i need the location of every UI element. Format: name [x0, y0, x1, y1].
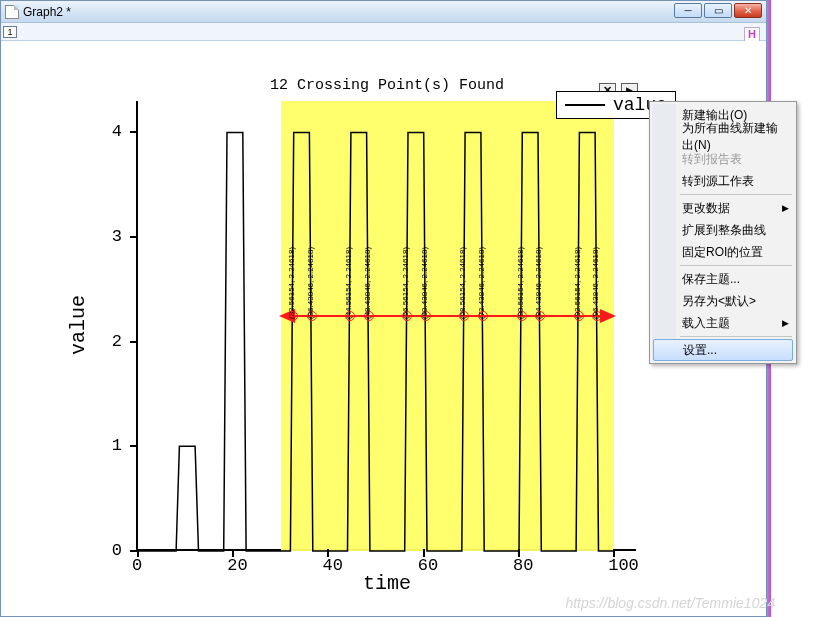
- crossing-point-label: (72.43846, 2.24618): [477, 247, 486, 319]
- data-line: [138, 101, 636, 549]
- x-tick-label: 80: [513, 556, 533, 575]
- menu-item: 转到报告表: [652, 148, 794, 170]
- menu-item[interactable]: 保存主题...: [652, 268, 794, 290]
- minimize-button[interactable]: ─: [674, 3, 702, 18]
- crossing-point-label: (56.56154, 2.24618): [401, 247, 410, 319]
- crossing-line[interactable]: [281, 315, 614, 317]
- x-tick-label: 40: [322, 556, 342, 575]
- crossing-point-label: (68.56154, 2.24618): [458, 247, 467, 319]
- window-title: Graph2 *: [23, 5, 71, 19]
- menu-item[interactable]: 扩展到整条曲线: [652, 219, 794, 241]
- crossing-point-label: (60.43846, 2.24618): [420, 247, 429, 319]
- crossing-point-label: (80.56154, 2.24618): [516, 247, 525, 319]
- menu-item-label: 固定ROI的位置: [682, 244, 763, 261]
- y-axis-label: value: [68, 101, 88, 549]
- crossing-point-label: (32.56154, 2.24618): [287, 247, 296, 319]
- x-tick-label: 60: [418, 556, 438, 575]
- menu-separator: [680, 336, 792, 337]
- crossing-point-label: (96.43846, 2.24618): [591, 247, 600, 319]
- context-menu: 新建输出(O)为所有曲线新建输出(N)转到报告表转到源工作表更改数据▶扩展到整条…: [649, 101, 797, 364]
- y-tick-label: 2: [112, 332, 122, 351]
- frame-indicator[interactable]: 1: [3, 26, 17, 38]
- menu-item[interactable]: 载入主题▶: [652, 312, 794, 334]
- crossing-point-label: (44.56154, 2.24618): [344, 247, 353, 319]
- y-tick-label: 4: [112, 122, 122, 141]
- submenu-arrow-icon: ▶: [782, 318, 789, 328]
- toolbar: 1: [1, 23, 766, 41]
- menu-item[interactable]: 转到源工作表: [652, 170, 794, 192]
- menu-item-label: 转到报告表: [682, 151, 742, 168]
- menu-item-label: 另存为<默认>: [682, 293, 756, 310]
- legend-line-icon: [565, 104, 605, 106]
- y-tick-label: 0: [112, 541, 122, 560]
- crossing-point-label: (48.43846, 2.24618): [363, 247, 372, 319]
- h-button[interactable]: H: [744, 27, 760, 42]
- menu-item[interactable]: 更改数据▶: [652, 197, 794, 219]
- menu-item-label: 扩展到整条曲线: [682, 222, 766, 239]
- submenu-arrow-icon: ▶: [782, 203, 789, 213]
- y-tick-label: 1: [112, 436, 122, 455]
- document-icon: [5, 5, 19, 19]
- plot[interactable]: ✕ ▶ 12 Crossing Point(s) Found time valu…: [136, 101, 636, 551]
- menu-separator: [680, 194, 792, 195]
- menu-item[interactable]: 另存为<默认>: [652, 290, 794, 312]
- menu-separator: [680, 265, 792, 266]
- x-tick-label: 100: [608, 556, 639, 575]
- watermark: https://blog.csdn.net/Temmie1024: [565, 595, 775, 611]
- menu-item[interactable]: 固定ROI的位置: [652, 241, 794, 263]
- menu-item-label: 更改数据: [682, 200, 730, 217]
- x-tick-label: 0: [132, 556, 142, 575]
- maximize-button[interactable]: ▭: [704, 3, 732, 18]
- crossing-point-label: (36.43846, 2.24618): [306, 247, 315, 319]
- menu-item-label: 载入主题: [682, 315, 730, 332]
- crossing-point-label: (84.43846, 2.24618): [534, 247, 543, 319]
- menu-item-label: 设置...: [683, 342, 717, 359]
- x-tick-label: 20: [227, 556, 247, 575]
- menu-item-label: 转到源工作表: [682, 173, 754, 190]
- menu-item[interactable]: 为所有曲线新建输出(N): [652, 126, 794, 148]
- close-button[interactable]: ✕: [734, 3, 762, 18]
- crossing-point-label: (92.56154, 2.24618): [573, 247, 582, 319]
- menu-item-label: 保存主题...: [682, 271, 740, 288]
- titlebar[interactable]: Graph2 * ─ ▭ ✕: [1, 1, 766, 23]
- x-axis-label: time: [138, 572, 636, 595]
- y-tick-label: 3: [112, 227, 122, 246]
- menu-item[interactable]: 设置...: [653, 339, 793, 361]
